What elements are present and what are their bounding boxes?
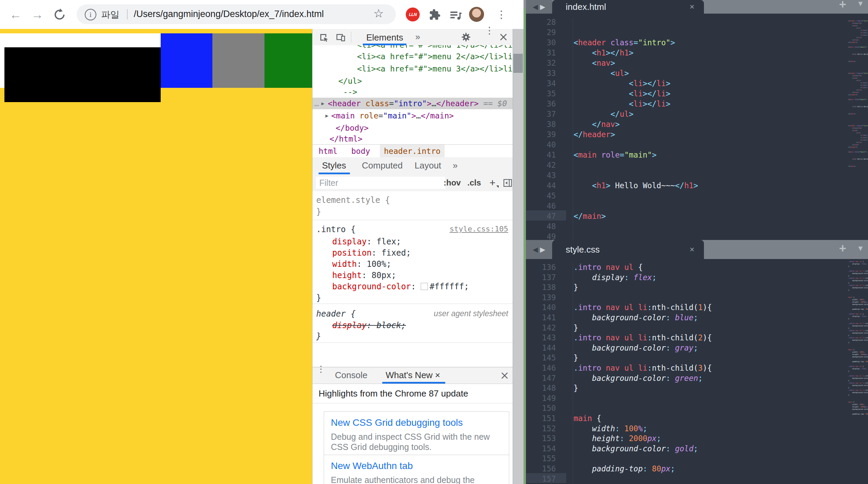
line-number[interactable]: 139: [526, 293, 556, 302]
code-line[interactable]: background-color: green;: [574, 374, 703, 383]
whats-new-card-link[interactable]: New CSS Grid debugging tools: [331, 417, 502, 428]
breadcrumb-item-body[interactable]: body: [347, 145, 374, 158]
editor-pane-style-css[interactable]: 136.intro nav ul {137 display: flex;138}…: [526, 259, 848, 484]
tab-nav-right-icon[interactable]: ▶: [540, 245, 545, 254]
tab-nav-arrows[interactable]: ◀ ▶: [526, 0, 552, 14]
code-line[interactable]: }: [574, 384, 578, 392]
code-line[interactable]: background-color: gold;: [574, 444, 698, 453]
line-number[interactable]: 155: [526, 454, 556, 463]
line-number[interactable]: 136: [526, 263, 556, 272]
elements-tree-row[interactable]: <li><a href="#">menu 2</a></li>li>: [312, 51, 513, 62]
extension-lln-icon[interactable]: LLN: [406, 7, 420, 21]
code-line[interactable]: <li></li>: [574, 79, 670, 88]
line-number[interactable]: 32: [526, 59, 556, 67]
line-number[interactable]: 39: [526, 130, 556, 139]
tab-layout[interactable]: Layout: [415, 157, 441, 174]
devtools-menu-icon[interactable]: ⋮: [485, 22, 494, 39]
line-number[interactable]: 29: [526, 28, 556, 37]
profile-avatar[interactable]: [469, 7, 484, 22]
line-number[interactable]: 148: [526, 384, 556, 392]
code-line[interactable]: }: [574, 323, 578, 332]
line-number[interactable]: 143: [526, 333, 556, 342]
code-line[interactable]: <h1> Hello Wold~~~</h1>: [574, 181, 698, 190]
code-line[interactable]: <li></li>: [574, 89, 670, 98]
code-line[interactable]: .intro nav ul {: [574, 263, 643, 272]
code-line[interactable]: padding-top: 80px;: [574, 464, 675, 473]
settings-gear-icon[interactable]: [461, 32, 471, 42]
minimap-style-css[interactable]: .intro nav ul { display: flex;}.intro na…: [848, 260, 868, 484]
line-number[interactable]: 33: [526, 69, 556, 78]
drawer-close-icon[interactable]: [500, 371, 509, 380]
tab-styles[interactable]: Styles: [322, 157, 346, 174]
line-number[interactable]: 46: [526, 201, 556, 210]
elements-tree-row[interactable]: …▶<header class="intro">…</header> == $0: [312, 98, 513, 109]
color-swatch[interactable]: [421, 283, 428, 290]
url-bar[interactable]: i 파일 /Users/gangminjeong/Desktop/ex_7/in…: [77, 4, 396, 24]
playlist-extension-icon[interactable]: [449, 9, 462, 22]
breadcrumb-item-html[interactable]: html: [315, 145, 341, 158]
devtools-close-icon[interactable]: [499, 33, 508, 42]
reload-icon[interactable]: [53, 8, 66, 21]
drawer-tab-whatsnew[interactable]: What's New ×: [386, 367, 440, 384]
pseudo-state-button[interactable]: :hov: [444, 174, 461, 191]
style-property[interactable]: position: fixed;: [332, 247, 411, 259]
editor-pane-index-html[interactable]: 282930<header class="intro">31 <h1></h1>…: [526, 14, 848, 240]
code-line[interactable]: </nav>: [574, 120, 620, 129]
elements-tree-row[interactable]: </html>: [312, 133, 513, 144]
expand-arrow-icon[interactable]: ▶: [325, 110, 328, 122]
code-line[interactable]: <ul>: [574, 69, 629, 78]
line-number[interactable]: 35: [526, 89, 556, 98]
devtools-scrollbar-track[interactable]: [513, 29, 524, 484]
line-number[interactable]: 146: [526, 364, 556, 372]
elements-tree[interactable]: <li><a href="#">menu 1</a></li>li><li><a…: [312, 45, 513, 144]
url-text[interactable]: /Users/gangminjeong/Desktop/ex_7/index.h…: [134, 9, 324, 19]
whats-new-card-link[interactable]: New WebAuthn tab: [331, 461, 502, 471]
minimap-index-html[interactable]: <header class="intro"> <h1></h1> <nav> <…: [848, 15, 868, 226]
devtools-scrollbar-thumb[interactable]: [513, 54, 523, 73]
tab-elements[interactable]: Elements: [366, 32, 403, 43]
line-number[interactable]: 40: [526, 140, 556, 149]
style-source-link[interactable]: style.css:105: [450, 225, 508, 233]
line-number[interactable]: 44: [526, 181, 556, 190]
line-number[interactable]: 34: [526, 79, 556, 88]
browser-menu-icon[interactable]: ⋮: [496, 0, 507, 29]
inspect-element-icon[interactable]: [319, 32, 329, 43]
style-property[interactable]: display: block;: [332, 320, 406, 331]
line-number[interactable]: 43: [526, 171, 556, 180]
tab-index-close-icon[interactable]: ×: [690, 2, 694, 12]
code-line[interactable]: background-color: gray;: [574, 343, 698, 352]
code-line[interactable]: </header>: [574, 130, 615, 139]
elements-tree-row[interactable]: </ul>: [312, 75, 513, 87]
line-number[interactable]: 36: [526, 99, 556, 108]
code-line[interactable]: </ul>: [574, 110, 633, 118]
line-number[interactable]: 31: [526, 48, 556, 57]
line-number[interactable]: 49: [526, 232, 556, 240]
expand-arrow-icon[interactable]: ▶: [321, 98, 324, 109]
new-tab-icon[interactable]: +: [839, 0, 846, 12]
code-line[interactable]: .intro nav ul li:nth-child(2){: [574, 333, 712, 342]
bookmark-star-icon[interactable]: ☆: [373, 6, 384, 20]
code-line[interactable]: </main>: [574, 212, 606, 221]
sidebar-dock-icon[interactable]: [503, 178, 512, 188]
more-tabs-icon[interactable]: »: [415, 32, 420, 42]
line-number[interactable]: 151: [526, 414, 556, 423]
line-number[interactable]: 138: [526, 283, 556, 292]
code-line[interactable]: main {: [574, 414, 601, 423]
line-number[interactable]: 30: [526, 38, 556, 47]
tab-overflow-icon[interactable]: ▼: [857, 244, 864, 253]
line-number[interactable]: 47: [526, 212, 556, 221]
code-line[interactable]: <header class="intro">: [574, 38, 675, 47]
line-number[interactable]: 154: [526, 444, 556, 453]
line-number[interactable]: 141: [526, 313, 556, 322]
line-number[interactable]: 38: [526, 120, 556, 129]
forward-icon[interactable]: →: [31, 0, 44, 29]
line-number[interactable]: 137: [526, 273, 556, 282]
code-line[interactable]: }: [574, 283, 578, 292]
elements-tree-row[interactable]: -->: [312, 86, 513, 98]
line-number[interactable]: 28: [526, 18, 556, 27]
drawer-menu-icon[interactable]: ⋮: [317, 361, 325, 377]
line-number[interactable]: 150: [526, 404, 556, 413]
tab-[interactable]: »: [453, 157, 457, 174]
style-property[interactable]: background-color: #ffffff;: [332, 281, 469, 292]
tab-nav-left-icon[interactable]: ◀: [533, 245, 538, 254]
